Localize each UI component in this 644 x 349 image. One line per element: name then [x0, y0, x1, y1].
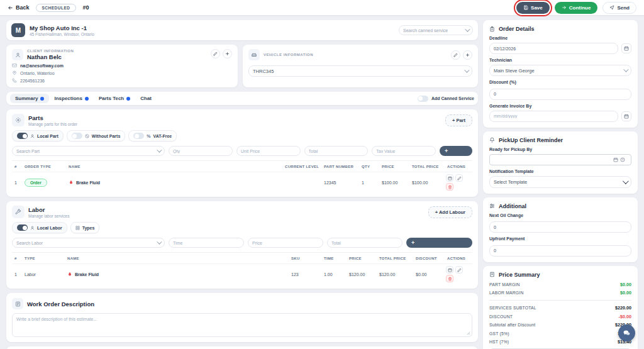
- summary-row: LABOR MARGIN $0.00: [489, 290, 631, 296]
- part-delete-button[interactable]: [446, 183, 453, 191]
- deadline-input[interactable]: [489, 43, 618, 54]
- price-summary-title: Price Summary: [499, 272, 540, 278]
- part-unit-price-input[interactable]: [236, 146, 301, 156]
- local-part-toggle[interactable]: [17, 133, 28, 139]
- search-labor-placeholder: Search Labor: [16, 241, 43, 245]
- vehicle-section-label: VEHICLE INFORMATION: [264, 53, 313, 57]
- notification-template-value: Select Template: [494, 179, 527, 185]
- send-button[interactable]: Send: [602, 2, 636, 14]
- local-labor-toggle-pill[interactable]: Local Labor: [12, 222, 67, 233]
- bell-icon: [489, 137, 495, 143]
- add-labor-row-button[interactable]: +: [406, 238, 472, 248]
- discount-label: Discount (%): [489, 80, 631, 84]
- invoice-calendar-button[interactable]: [621, 111, 631, 121]
- back-button[interactable]: Back: [8, 4, 30, 11]
- vehicle-select[interactable]: THRC345: [248, 65, 472, 77]
- vat-free-label: VAT-Free: [153, 134, 172, 138]
- edit-client-button[interactable]: [211, 49, 220, 58]
- chevron-down-icon: [623, 67, 628, 72]
- labor-section: Labor Manage labor services + Add Labour…: [6, 201, 478, 289]
- labor-price-input[interactable]: [248, 238, 323, 248]
- person-icon: [30, 134, 35, 138]
- add-labour-button[interactable]: + Add Labour: [428, 206, 472, 218]
- row-value: $0.00: [620, 290, 631, 296]
- summary-row: DISCOUNT -$0.00: [489, 314, 631, 319]
- arrow-right-icon: [562, 5, 567, 10]
- part-edit-button[interactable]: [455, 174, 463, 182]
- deadline-calendar-button[interactable]: [621, 43, 631, 53]
- part-total-price: $100.00: [411, 178, 446, 187]
- parts-table: # ORDER TYPE NAME CURRENT LEVEL PART NUM…: [12, 160, 472, 192]
- labor-name-text: Brake Fluid: [75, 272, 99, 277]
- document-icon: [12, 298, 23, 309]
- search-labor-select[interactable]: Search Labor: [12, 238, 165, 248]
- part-tax-value-input[interactable]: [372, 146, 436, 156]
- add-part-button[interactable]: + Part: [445, 114, 472, 126]
- upfront-payment-input[interactable]: [489, 245, 631, 257]
- edit-vehicle-button[interactable]: [451, 50, 460, 60]
- part-total-input[interactable]: [304, 146, 369, 156]
- next-oil-change-input[interactable]: [489, 221, 631, 233]
- row-label: LABOR MARGIN: [489, 291, 524, 295]
- calendar-icon: [624, 114, 629, 119]
- notification-template-select[interactable]: Select Template: [489, 176, 631, 188]
- continue-button[interactable]: Continue: [555, 2, 598, 14]
- labor-table: # TYPE NAME SKU TIME PRICE TOTAL PRICE D…: [12, 252, 472, 284]
- vat-free-toggle-pill[interactable]: % VAT-Free: [128, 130, 177, 141]
- add-client-button[interactable]: [223, 49, 232, 58]
- clock-icon[interactable]: [620, 157, 625, 162]
- labor-edit-button[interactable]: [455, 266, 463, 274]
- local-part-toggle-pill[interactable]: Local Part: [12, 130, 64, 141]
- pencil-icon: [457, 268, 462, 272]
- add-canned-service-toggle[interactable]: [418, 96, 428, 102]
- parts-table-header: # ORDER TYPE NAME CURRENT LEVEL PART NUM…: [12, 161, 472, 172]
- add-canned-service-label: Add Canned Service: [431, 96, 474, 101]
- labor-delete-button[interactable]: [446, 275, 453, 282]
- shop-address: 45 FisherHallman, Windsor, Ontario: [30, 32, 94, 36]
- local-labor-toggle[interactable]: [17, 224, 28, 231]
- chat-fab-button[interactable]: [618, 324, 635, 341]
- vat-free-toggle[interactable]: [133, 133, 144, 139]
- labor-discount: $0.00: [414, 270, 446, 279]
- labor-total-price: $120.00: [378, 270, 414, 279]
- labor-schedule-button[interactable]: [446, 266, 453, 274]
- add-vehicle-button[interactable]: [463, 50, 472, 60]
- labor-total-input[interactable]: [327, 238, 402, 248]
- parts-subtitle: Manage parts for this order: [28, 122, 77, 126]
- invoice-date-input[interactable]: [489, 111, 618, 122]
- add-part-row-button[interactable]: +: [440, 146, 472, 156]
- without-parts-toggle-pill[interactable]: Without Parts: [67, 130, 125, 141]
- search-part-select[interactable]: Search Part: [12, 146, 165, 156]
- col-name: NAME: [67, 161, 284, 172]
- technician-select[interactable]: Main Steve George: [489, 65, 631, 76]
- part-schedule-button[interactable]: [446, 174, 453, 182]
- summary-row: GST (5%) $11.00: [489, 331, 631, 336]
- discount-input[interactable]: [489, 89, 631, 100]
- sliders-icon: [489, 203, 495, 209]
- description-textarea[interactable]: [12, 313, 472, 337]
- tab-parts-tech[interactable]: Parts Tech: [94, 94, 135, 103]
- labor-time: 1.00: [323, 270, 348, 279]
- tab-chat[interactable]: Chat: [135, 94, 157, 103]
- row-value: $220.00: [615, 305, 631, 311]
- calendar-icon[interactable]: [613, 157, 618, 162]
- part-qty-input[interactable]: [169, 146, 233, 156]
- tab-summary[interactable]: Summary: [10, 94, 49, 103]
- labor-table-header: # TYPE NAME SKU TIME PRICE TOTAL PRICE D…: [12, 253, 472, 263]
- part-row-num: 1: [13, 178, 23, 187]
- mail-icon: [12, 63, 17, 68]
- col-total-price: TOTAL PRICE: [378, 253, 414, 263]
- labor-sku: 123: [290, 270, 323, 279]
- labor-time-input[interactable]: [169, 238, 244, 248]
- canned-service-placeholder: Search canned service: [403, 28, 448, 33]
- divider: [489, 300, 631, 301]
- without-parts-toggle[interactable]: [72, 133, 82, 139]
- back-arrow-icon: [8, 5, 13, 11]
- col-sku: SKU: [290, 253, 323, 263]
- pencil-icon: [453, 53, 458, 57]
- types-button[interactable]: Types: [70, 222, 100, 233]
- save-button[interactable]: Save: [516, 2, 550, 14]
- canned-service-select[interactable]: Search canned service: [399, 25, 473, 35]
- tab-inspections[interactable]: Inspections: [49, 94, 93, 103]
- ready-pickup-input[interactable]: [489, 154, 631, 165]
